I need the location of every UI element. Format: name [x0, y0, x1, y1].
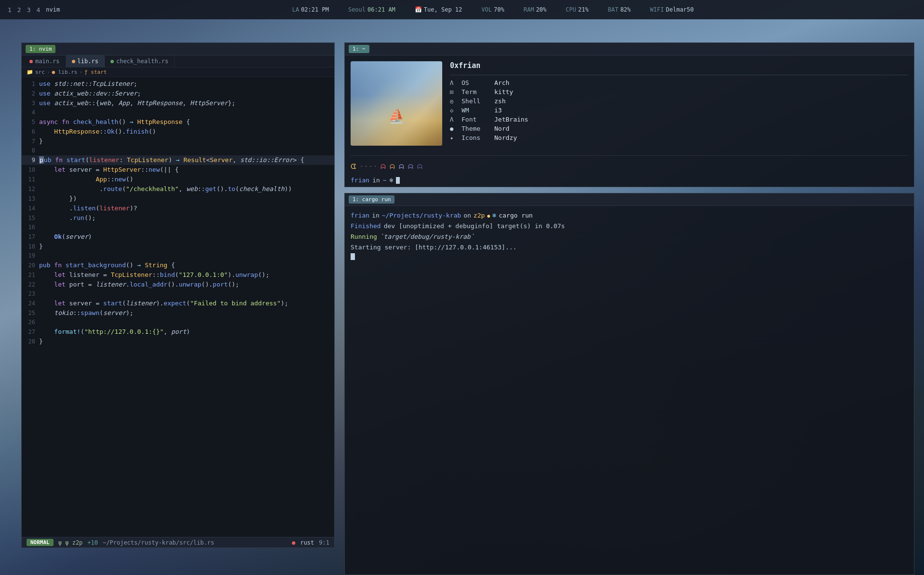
neofetch-content: 0xfrian Λ OS Arch ⊡ Term kitty ◎ Shell: [345, 55, 914, 151]
breadcrumb-sep-1: ›: [47, 69, 50, 75]
code-line-17: 17 Ok(server): [22, 232, 334, 242]
cpu-value: 21%: [578, 6, 589, 13]
la-time-value: 02:21 PM: [301, 6, 329, 13]
la-time: LA 02:21 PM: [292, 6, 329, 13]
file-indicator-dot: ●: [292, 539, 295, 546]
ghost-blue2-icon: ᗣ: [408, 163, 413, 171]
wm-icon: ◇: [450, 107, 458, 114]
icons-key: Icons: [462, 134, 490, 141]
cargo-running-label: Running: [351, 232, 377, 242]
term-value: kitty: [494, 88, 513, 96]
term-icon: ⊡: [450, 89, 458, 96]
ghost-red-icon: ᗣ: [380, 163, 386, 171]
nvim-titlebar: 1: nvim: [22, 43, 334, 55]
code-line-9: 9 pub fn start(listener: TcpListener) → …: [22, 155, 334, 165]
tab-dot-lib-rs: [72, 60, 75, 63]
right-panel: 1: ~ 0xfrian Λ OS Arch ⊡ Term kitty: [344, 42, 914, 575]
file-type: rust: [300, 539, 314, 546]
cargo-content: frian in ~/Projects/rusty-krab on z2p ● …: [345, 206, 914, 265]
file-path: ~/Projects/rusty-krab/src/lib.rs: [103, 539, 214, 546]
nvim-breadcrumb: 📁 src › ● lib.rs › ƒ start: [22, 68, 334, 77]
workspace-4[interactable]: 4: [36, 6, 40, 14]
fetch-divider: [450, 75, 908, 75]
fetch-pacman-row: ᗧ • • • • ᗣ ᗣ ᗣ ᗣ ᗣ: [345, 160, 914, 174]
main-content: 1: nvim main.rs lib.rs check_health.rs 📁…: [0, 19, 924, 575]
code-line-4: 4: [22, 108, 334, 117]
code-line-11: 11 App::new(): [22, 175, 334, 184]
fetch-row-icons: ✦ Icons Nordzy: [450, 133, 908, 142]
os-icon: Λ: [450, 80, 458, 86]
pacman-icon: ᗧ: [351, 163, 356, 171]
nvim-tab-lib-rs[interactable]: lib.rs: [66, 55, 105, 67]
fetch-row-os: Λ OS Arch: [450, 78, 908, 87]
breadcrumb-fn: ƒ start: [84, 69, 107, 75]
workspace-2[interactable]: 2: [17, 6, 21, 14]
date-value: Tue, Sep 12: [424, 6, 462, 13]
code-line-2: 2 use actix_web::dev::Server;: [22, 89, 334, 98]
tab-dot-main-rs: [29, 60, 33, 63]
breadcrumb-sep-2: ›: [79, 69, 82, 75]
vol-value: 70%: [494, 6, 504, 13]
cursor-position: 9:1: [319, 539, 329, 546]
bat-display: BAT 82%: [608, 6, 630, 13]
breadcrumb-file: ● lib.rs: [52, 69, 78, 75]
cpu-label: CPU: [566, 6, 576, 13]
fetch-username: 0xfrian: [450, 61, 908, 70]
cargo-server-line: Starting server: [http://127.0.0.1:46153…: [351, 242, 908, 253]
shell-key: Shell: [462, 97, 490, 105]
code-line-22: 22 let port = listener.local_addr().unwr…: [22, 280, 334, 289]
git-branch: ψ ψ z2p: [58, 539, 83, 546]
cargo-running-line: Running `target/debug/rusty-krab`: [351, 232, 908, 242]
code-line-24: 24 let server = start(listener).expect("…: [22, 299, 334, 308]
theme-key: Theme: [462, 125, 490, 132]
code-line-19: 19: [22, 251, 334, 260]
nvim-tab-main-rs[interactable]: main.rs: [24, 55, 66, 67]
font-value: JetBrains: [494, 116, 528, 123]
nvim-tab-indicator[interactable]: 1: nvim: [26, 45, 55, 53]
wm-key: WM: [462, 107, 490, 114]
fetch-row-wm: ◇ WM i3: [450, 106, 908, 115]
neofetch-tab-indicator[interactable]: 1: ~: [349, 45, 369, 53]
code-line-20: 20 pub fn start_background() → String {: [22, 260, 334, 270]
nvim-tab-check-health[interactable]: check_health.rs: [105, 55, 175, 67]
cargo-finished-text: dev [unoptimized + debuginfo] target(s) …: [384, 221, 565, 231]
neofetch-titlebar: 1: ~: [345, 43, 914, 55]
os-key: OS: [462, 79, 490, 86]
shell-icon: ◎: [450, 98, 458, 105]
code-line-7: 7 }: [22, 137, 334, 146]
cargo-finished-label: Finished: [351, 221, 381, 231]
vim-mode-badge: NORMAL: [27, 539, 54, 546]
code-line-14: 14 .listen(listener)?: [22, 204, 334, 213]
workspace-1[interactable]: 1: [8, 6, 12, 14]
nvim-editor[interactable]: 1 use std::net::TcpListener; 2 use actix…: [22, 77, 334, 537]
code-line-23: 23: [22, 289, 334, 299]
font-key: Font: [462, 116, 490, 123]
fetch-row-theme: ● Theme Nord: [450, 124, 908, 133]
term-key: Term: [462, 88, 490, 96]
workspace-3[interactable]: 3: [27, 6, 31, 14]
code-line-25: 25 tokio::spawn(server);: [22, 308, 334, 318]
fetch-image: [351, 61, 442, 146]
ram-display: RAM 20%: [524, 6, 546, 13]
cargo-command: cargo run: [499, 211, 532, 220]
cargo-running-path: `target/debug/rusty-krab`: [380, 232, 475, 242]
code-line-13: 13 }): [22, 194, 334, 204]
code-line-10: 10 let server = HttpServer::new(|| {: [22, 165, 334, 175]
wifi-label: WIFI: [650, 6, 664, 13]
ram-value: 20%: [536, 6, 546, 13]
ghost-blue1-icon: ᗣ: [399, 163, 404, 171]
seoul-label: Seoul: [348, 6, 366, 13]
cargo-branch-dot: ●: [487, 211, 490, 221]
nvim-statusline: NORMAL ψ ψ z2p +10 ~/Projects/rusty-krab…: [22, 537, 334, 548]
cargo-branch: z2p: [474, 211, 485, 220]
shell-value: zsh: [494, 97, 505, 105]
neofetch-window: 1: ~ 0xfrian Λ OS Arch ⊡ Term kitty: [344, 42, 914, 187]
theme-icon: ●: [450, 125, 458, 132]
cargo-tab-indicator[interactable]: 1: cargo run: [349, 195, 394, 204]
terminal-cursor: [396, 177, 400, 184]
fetch-separator: [351, 155, 908, 156]
la-label: LA: [292, 6, 299, 13]
ghost-orange-icon: ᗣ: [390, 163, 395, 171]
cargo-prompt-line: frian in ~/Projects/rusty-krab on z2p ● …: [351, 211, 908, 221]
nvim-tabs: main.rs lib.rs check_health.rs: [22, 55, 334, 68]
